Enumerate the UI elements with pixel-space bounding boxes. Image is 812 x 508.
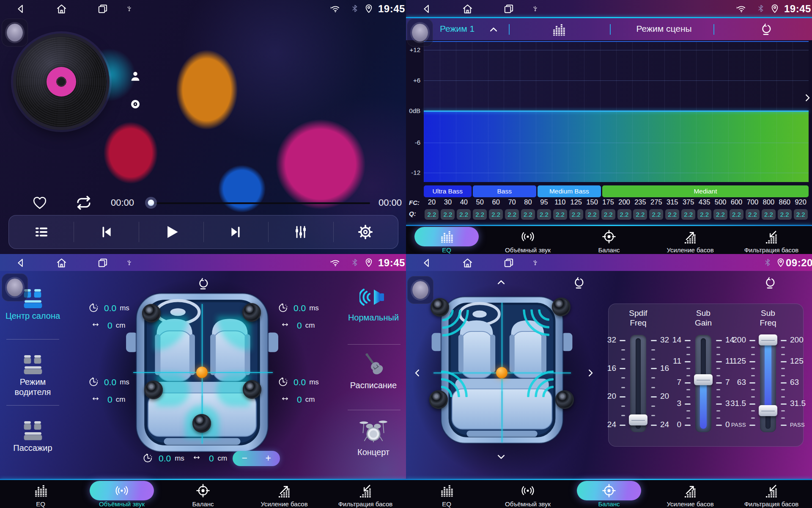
home-icon[interactable] — [56, 3, 67, 15]
q-value[interactable]: 2.2 — [680, 209, 697, 220]
reset-icon[interactable] — [760, 23, 772, 35]
nav-item-3[interactable]: Усиление басов — [650, 480, 731, 508]
nav-item-3[interactable]: Усиление басов — [650, 226, 731, 254]
recents-icon[interactable] — [503, 3, 514, 14]
delay-ms-value[interactable]: 0.0 — [104, 377, 116, 387]
nav-item-0[interactable]: EQ — [0, 480, 81, 508]
progress-thumb[interactable] — [145, 197, 157, 209]
nav-item-1[interactable]: Объёмный звук — [81, 480, 162, 508]
q-value[interactable]: 2.2 — [760, 209, 776, 220]
next-page-chevron[interactable] — [803, 91, 812, 104]
q-value[interactable]: 2.2 — [776, 209, 793, 220]
delay-cm-value[interactable]: 0 — [107, 395, 112, 405]
q-value[interactable]: 2.2 — [488, 209, 504, 220]
delay-cm-value[interactable]: 0 — [297, 395, 302, 405]
plus-button[interactable]: + — [256, 451, 280, 466]
preset-concert[interactable]: Концерт — [342, 418, 405, 457]
progress-track[interactable] — [151, 202, 370, 204]
q-value[interactable]: 2.2 — [697, 209, 713, 220]
q-value[interactable]: 2.2 — [504, 209, 520, 220]
eq-curve-plot[interactable] — [424, 41, 809, 182]
position-passenger[interactable]: Пассажир — [4, 421, 61, 453]
back-icon[interactable] — [15, 3, 26, 14]
q-value[interactable]: 2.2 — [616, 209, 632, 220]
settings-button[interactable] — [333, 215, 398, 248]
assistant-button[interactable] — [407, 276, 433, 304]
nav-item-0[interactable]: EQ — [406, 226, 487, 254]
q-value[interactable]: 2.2 — [440, 209, 456, 220]
playlist-button[interactable] — [9, 215, 74, 248]
preset-schedule[interactable]: Расписание — [342, 351, 405, 390]
q-value[interactable]: 2.2 — [552, 209, 568, 220]
repeat-button[interactable] — [75, 194, 93, 211]
back-icon[interactable] — [421, 3, 432, 14]
reset-icon[interactable] — [573, 277, 584, 289]
previous-button[interactable] — [74, 215, 138, 248]
scene-mode-button[interactable]: Режим сцены — [634, 24, 694, 34]
reset-sliders-icon[interactable] — [764, 277, 776, 289]
recents-icon[interactable] — [97, 257, 108, 268]
band-pill-3[interactable]: Mediant — [602, 185, 809, 197]
chevron-left-icon[interactable] — [413, 367, 422, 379]
sub-ms-value[interactable]: 0.0 — [159, 453, 171, 464]
nav-item-2[interactable]: Баланс — [568, 480, 650, 508]
q-value[interactable]: 2.2 — [536, 209, 552, 220]
delay-cm-value[interactable]: 0 — [297, 320, 302, 331]
position-driver-mode[interactable]: Режим водителя — [4, 355, 61, 397]
nav-item-1[interactable]: Объёмный звук — [487, 480, 568, 508]
q-value[interactable]: 2.2 — [664, 209, 680, 220]
slider-thumb[interactable] — [759, 334, 777, 345]
band-pill-2[interactable]: Medium Bass — [538, 185, 601, 197]
nav-item-4[interactable]: Фильтрация басов — [731, 226, 812, 254]
reset-icon[interactable] — [197, 278, 209, 290]
listening-position-handle[interactable] — [196, 367, 208, 378]
q-value[interactable]: 2.2 — [793, 209, 809, 220]
back-icon[interactable] — [421, 257, 432, 268]
minus-button[interactable]: − — [233, 451, 256, 466]
q-value[interactable]: 2.2 — [568, 209, 584, 220]
favorite-button[interactable] — [31, 195, 48, 211]
nav-item-1[interactable]: Объёмный звук — [487, 226, 568, 254]
nav-item-2[interactable]: Баланс — [568, 226, 650, 254]
assistant-button[interactable] — [2, 273, 28, 301]
q-value[interactable]: 2.2 — [456, 209, 472, 220]
slider-thumb[interactable] — [629, 414, 647, 425]
band-pill-0[interactable]: Ultra Bass — [424, 185, 472, 197]
q-value[interactable]: 2.2 — [632, 209, 648, 220]
recents-icon[interactable] — [503, 257, 514, 268]
chevron-down-icon[interactable] — [495, 452, 508, 461]
chevron-up-icon[interactable] — [487, 25, 500, 34]
slider-thumb[interactable] — [759, 405, 777, 416]
back-icon[interactable] — [15, 257, 26, 268]
q-value[interactable]: 2.2 — [424, 209, 440, 220]
next-button[interactable] — [203, 215, 268, 248]
balance-position-handle[interactable] — [496, 367, 508, 378]
home-icon[interactable] — [462, 3, 473, 15]
band-pill-1[interactable]: Bass — [473, 185, 536, 197]
q-value[interactable]: 2.2 — [600, 209, 616, 220]
nav-item-4[interactable]: Фильтрация басов — [731, 480, 812, 508]
recents-icon[interactable] — [97, 3, 108, 14]
assistant-button[interactable] — [2, 19, 28, 47]
eq-mode-selector[interactable]: Режим 1 — [440, 24, 475, 34]
play-button[interactable] — [139, 215, 203, 248]
sub-cm-value[interactable]: 0 — [209, 453, 214, 464]
q-value[interactable]: 2.2 — [520, 209, 536, 220]
delay-cm-value[interactable]: 0 — [107, 320, 112, 331]
delay-ms-value[interactable]: 0.0 — [294, 303, 306, 313]
q-value[interactable]: 2.2 — [648, 209, 664, 220]
home-icon[interactable] — [462, 257, 473, 269]
nav-item-3[interactable]: Усиление басов — [244, 480, 325, 508]
eq-bars-icon[interactable] — [552, 23, 565, 36]
equalizer-button[interactable] — [268, 215, 333, 248]
home-icon[interactable] — [56, 257, 67, 269]
q-value[interactable]: 2.2 — [729, 209, 745, 220]
q-value[interactable]: 2.2 — [584, 209, 600, 220]
q-value[interactable]: 2.2 — [472, 209, 488, 220]
delay-ms-value[interactable]: 0.0 — [104, 303, 116, 313]
q-value[interactable]: 2.2 — [713, 209, 729, 220]
nav-item-4[interactable]: Фильтрация басов — [325, 480, 406, 508]
q-value[interactable]: 2.2 — [744, 209, 760, 220]
assistant-button[interactable] — [407, 19, 433, 47]
nav-item-0[interactable]: EQ — [406, 480, 487, 508]
